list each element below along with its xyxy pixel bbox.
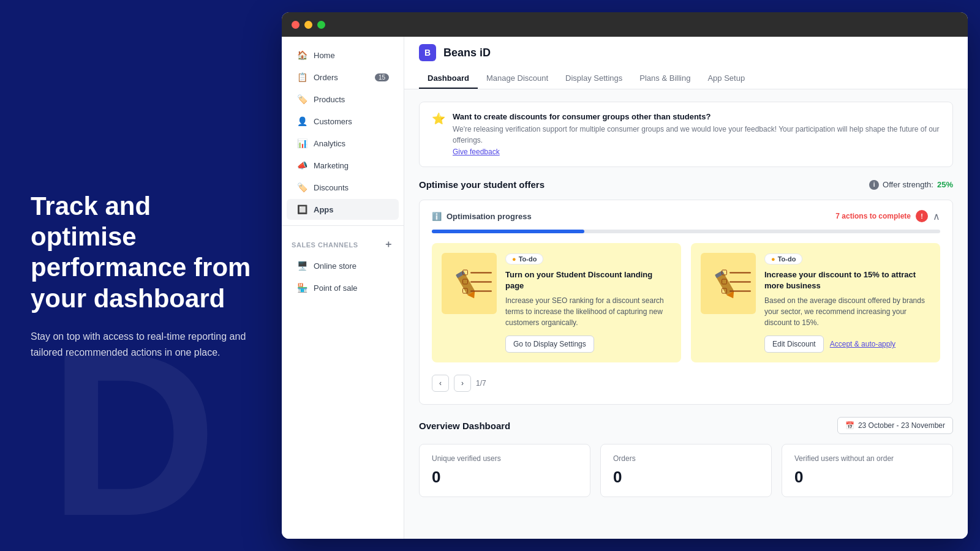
feedback-link[interactable]: Give feedback: [453, 148, 500, 156]
sidebar-item-customers[interactable]: 👤 Customers: [287, 111, 399, 132]
sidebar-item-apps[interactable]: 🔲 Apps: [287, 199, 399, 220]
app-header-top: B Beans iD: [419, 44, 953, 61]
sidebar-item-label: Products: [314, 95, 345, 104]
online-store-icon: 🖥️: [296, 260, 307, 271]
sidebar-divider: [282, 225, 404, 226]
card-actions-2: Edit Discount Accept & auto-apply: [764, 335, 930, 353]
overview-title: Overview Dashboard: [419, 421, 510, 431]
orders-icon: 📋: [296, 72, 307, 83]
feedback-body: Want to create discounts for consumer gr…: [453, 112, 940, 157]
card-illustration-1: [442, 253, 497, 314]
edit-discount-button[interactable]: Edit Discount: [764, 335, 824, 353]
metric-card-no-order: Verified users without an order 0: [782, 444, 953, 497]
app-header: B Beans iD Dashboard Manage Discount Dis…: [404, 37, 968, 89]
traffic-light-green[interactable]: [317, 21, 325, 29]
card-body-2: ● To-do Increase your discount to 15% to…: [764, 253, 930, 353]
sidebar-item-label: Discounts: [314, 183, 349, 192]
metric-value-unique-users: 0: [432, 468, 578, 487]
sidebar-item-home[interactable]: 🏠 Home: [287, 45, 399, 66]
opt-actions: 7 actions to complete ! ∧: [835, 210, 940, 222]
check-lines-2: [722, 270, 751, 298]
marketing-icon: 📣: [296, 160, 307, 171]
sidebar-item-label: Point of sale: [314, 283, 358, 293]
card-actions-1: Go to Display Settings: [505, 335, 671, 353]
prev-page-button[interactable]: ‹: [432, 375, 449, 392]
hero-heading: Track and optimise performance from your…: [31, 191, 251, 315]
browser-window: 🏠 Home 📋 Orders 15 🏷️ Products 👤 Custome…: [282, 12, 968, 539]
tab-manage-discount[interactable]: Manage Discount: [478, 69, 557, 89]
sidebar-item-marketing[interactable]: 📣 Marketing: [287, 155, 399, 176]
metrics-row: Unique verified users 0 Orders 0 Verifie…: [419, 444, 953, 497]
metric-card-orders: Orders 0: [600, 444, 772, 497]
sidebar-item-label: Marketing: [314, 161, 349, 170]
accept-auto-apply-button[interactable]: Accept & auto-apply: [830, 340, 895, 348]
metric-card-unique-users: Unique verified users 0: [419, 444, 590, 497]
tab-plans-billing[interactable]: Plans & Billing: [631, 69, 699, 89]
metric-value-orders: 0: [613, 468, 759, 487]
sidebar-item-analytics[interactable]: 📊 Analytics: [287, 133, 399, 154]
metric-value-no-order: 0: [794, 468, 940, 487]
home-icon: 🏠: [296, 50, 307, 61]
collapse-button[interactable]: ∧: [933, 211, 940, 222]
opt-box-title: ℹ️ Optimisation progress: [432, 212, 532, 221]
sidebar-item-label: Home: [314, 51, 335, 60]
optimisation-box: ℹ️ Optimisation progress 7 actions to co…: [419, 200, 953, 405]
go-to-display-settings-button[interactable]: Go to Display Settings: [505, 335, 594, 353]
app-logo: B: [419, 44, 436, 61]
progress-bar: [432, 230, 940, 233]
next-page-button[interactable]: ›: [454, 375, 471, 392]
add-channel-icon[interactable]: ＋: [383, 238, 394, 251]
orders-badge: 15: [375, 73, 389, 81]
sidebar-item-discounts[interactable]: 🏷️ Discounts: [287, 177, 399, 198]
customers-icon: 👤: [296, 116, 307, 127]
date-picker[interactable]: 📅 23 October - 23 November: [837, 417, 953, 434]
sidebar-item-orders[interactable]: 📋 Orders 15: [287, 67, 399, 88]
sidebar-item-online-store[interactable]: 🖥️ Online store: [287, 255, 399, 276]
actions-text: 7 actions to complete: [835, 212, 911, 220]
metric-label-unique-users: Unique verified users: [432, 454, 578, 463]
apps-icon: 🔲: [296, 204, 307, 215]
main-content: B Beans iD Dashboard Manage Discount Dis…: [404, 37, 968, 539]
check-lines-1: [462, 270, 492, 298]
optimise-header: Optimise your student offers i Offer str…: [419, 179, 953, 190]
alert-dot: !: [916, 210, 928, 222]
sidebar-item-label: Orders: [314, 73, 338, 82]
sidebar-item-label: Apps: [314, 205, 334, 214]
sidebar-item-label: Customers: [314, 117, 352, 126]
app-layout: 🏠 Home 📋 Orders 15 🏷️ Products 👤 Custome…: [282, 37, 968, 539]
sidebar-item-pos[interactable]: 🏪 Point of sale: [287, 277, 399, 298]
app-title: Beans iD: [443, 47, 491, 59]
sidebar: 🏠 Home 📋 Orders 15 🏷️ Products 👤 Custome…: [282, 37, 404, 539]
card-title-1: Turn on your Student Discount landing pa…: [505, 269, 671, 291]
traffic-light-red[interactable]: [292, 21, 300, 29]
browser-titlebar: [282, 12, 968, 37]
tab-dashboard[interactable]: Dashboard: [419, 69, 478, 89]
progress-fill: [432, 230, 584, 233]
card-desc-2: Based on the average discount offered by…: [764, 295, 930, 328]
pos-icon: 🏪: [296, 282, 307, 293]
sidebar-item-products[interactable]: 🏷️ Products: [287, 89, 399, 110]
page-info: 1/7: [476, 379, 486, 388]
traffic-light-yellow[interactable]: [304, 21, 312, 29]
calendar-icon: 📅: [845, 421, 854, 430]
feedback-icon: ⭐: [432, 112, 445, 126]
pagination: ‹ › 1/7: [432, 372, 940, 394]
todo-card-1: ● To-do Turn on your Student Discount la…: [432, 243, 681, 362]
info-icon: i: [869, 180, 879, 190]
content-area: ⭐ Want to create discounts for consumer …: [404, 89, 968, 539]
sales-channels-title: SALES CHANNELS ＋: [282, 231, 404, 255]
todo-badge-2: ● To-do: [764, 253, 802, 264]
tab-app-setup[interactable]: App Setup: [699, 69, 753, 89]
analytics-icon: 📊: [296, 138, 307, 149]
left-panel: Track and optimise performance from your…: [0, 154, 282, 397]
cards-row: ● To-do Turn on your Student Discount la…: [432, 243, 940, 362]
products-icon: 🏷️: [296, 94, 307, 105]
offer-strength-label: Offer strength:: [883, 180, 933, 189]
todo-card-2: ● To-do Increase your discount to 15% to…: [691, 243, 940, 362]
feedback-banner: ⭐ Want to create discounts for consumer …: [419, 102, 953, 167]
offer-strength-value: 25%: [937, 180, 953, 189]
card-illustration-2: [701, 253, 756, 314]
feedback-description: We're releasing verification support for…: [453, 124, 940, 146]
tab-display-settings[interactable]: Display Settings: [557, 69, 631, 89]
opt-icon: ℹ️: [432, 212, 442, 221]
